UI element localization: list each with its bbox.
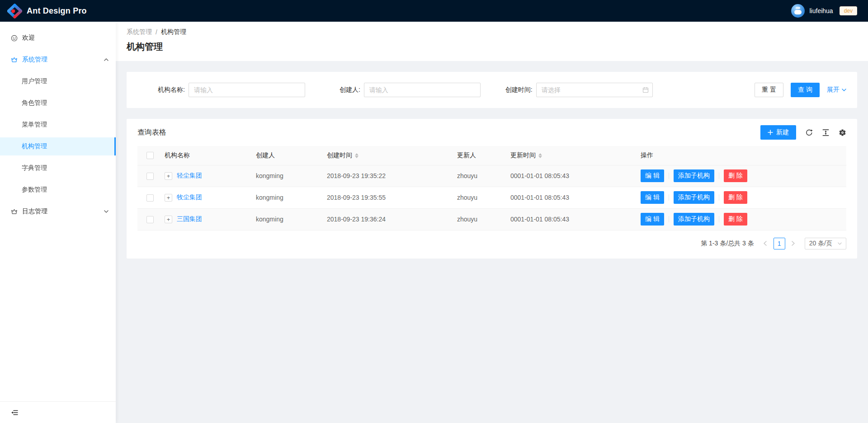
- add-child-org-button[interactable]: 添加子机构: [674, 169, 714, 182]
- sort-create-time[interactable]: [355, 153, 359, 158]
- pagination-page-1[interactable]: 1: [774, 238, 785, 249]
- sidebar-item-label: 参数管理: [22, 186, 47, 194]
- expand-label: 展开: [827, 86, 840, 94]
- sort-update-time[interactable]: [538, 153, 542, 158]
- gear-icon[interactable]: [839, 129, 846, 136]
- env-tag: dev: [840, 6, 857, 15]
- org-name-input[interactable]: [189, 83, 305, 97]
- reload-icon[interactable]: [805, 129, 813, 136]
- breadcrumb-separator: /: [156, 28, 157, 36]
- action-divider: [719, 216, 719, 222]
- user-avatar[interactable]: [791, 4, 805, 18]
- sidebar-item-user-management[interactable]: 用户管理: [0, 72, 116, 90]
- edit-button[interactable]: 编 辑: [641, 191, 664, 204]
- pagination-prev-button[interactable]: [760, 238, 771, 249]
- expand-row-button[interactable]: +: [165, 172, 172, 180]
- table-row: +三国集团 kongming 2018-09-23 19:36:24 zhouy…: [137, 208, 846, 230]
- sidebar-item-org-management[interactable]: 机构管理: [0, 137, 116, 155]
- expand-form-link[interactable]: 展开: [827, 86, 846, 94]
- expand-row-button[interactable]: +: [165, 216, 172, 223]
- add-child-org-button[interactable]: 添加子机构: [674, 191, 714, 204]
- page-title: 机构管理: [127, 41, 857, 53]
- column-header-creator: 创建人: [250, 146, 321, 165]
- reset-button[interactable]: 重 置: [755, 83, 783, 97]
- create-time-label: 创建时间:: [505, 86, 533, 94]
- table-header-row: 机构名称 创建人 创建时间 更新人 更新时间 操作: [137, 146, 846, 165]
- delete-button[interactable]: 删 除: [724, 169, 747, 182]
- delete-button[interactable]: 删 除: [724, 191, 747, 204]
- row-checkbox[interactable]: [146, 216, 154, 223]
- pagination-next-button[interactable]: [788, 238, 799, 249]
- cell-create-time: 2018-09-23 19:35:22: [321, 165, 452, 187]
- menu-fold-icon: [11, 409, 18, 416]
- add-child-org-button[interactable]: 添加子机构: [674, 213, 714, 226]
- select-all-checkbox[interactable]: [146, 152, 154, 159]
- ant-design-logo-icon: [7, 4, 22, 19]
- search-form-card: 机构名称: 创建人: 创建时间:: [127, 72, 857, 108]
- sidebar-item-label: 系统管理: [22, 56, 47, 64]
- sidebar-item-param-management[interactable]: 参数管理: [0, 181, 116, 199]
- cell-updater: zhouyu: [452, 187, 505, 208]
- creator-input[interactable]: [364, 83, 481, 97]
- sidebar-item-dict-management[interactable]: 字典管理: [0, 159, 116, 177]
- column-header-create-time: 创建时间: [321, 146, 452, 165]
- org-name-link[interactable]: 牧尘集团: [177, 193, 202, 202]
- cell-creator: kongming: [250, 208, 321, 230]
- sidebar-collapse-trigger[interactable]: [0, 401, 116, 423]
- cell-update-time: 0001-01-01 08:05:43: [505, 187, 635, 208]
- sidebar-item-label: 欢迎: [22, 34, 35, 42]
- search-button[interactable]: 查 询: [791, 83, 820, 97]
- sidebar-item-menu-management[interactable]: 菜单管理: [0, 116, 116, 134]
- new-button[interactable]: 新建: [760, 125, 796, 140]
- delete-button[interactable]: 删 除: [724, 213, 747, 226]
- table-card: 查询表格 新建: [127, 119, 857, 258]
- main-content: 系统管理 / 机构管理 机构管理 机构名称: 创建人: 创建时间:: [116, 0, 868, 423]
- sidebar: 欢迎 系统管理 用户管理 角色管理 菜单管理 机构管理 字典管理 参数管理: [0, 22, 116, 423]
- column-header-org-name: 机构名称: [159, 146, 250, 165]
- cell-creator: kongming: [250, 165, 321, 187]
- action-divider: [669, 173, 669, 179]
- brand[interactable]: Ant Design Pro: [7, 4, 87, 19]
- chevron-up-icon: [104, 58, 108, 61]
- table-row: +牧尘集团 kongming 2018-09-23 19:35:55 zhouy…: [137, 187, 846, 208]
- cell-updater: zhouyu: [452, 165, 505, 187]
- sidebar-item-label: 日志管理: [22, 207, 47, 216]
- org-name-link[interactable]: 轻尘集团: [177, 172, 202, 180]
- new-button-label: 新建: [776, 128, 789, 136]
- sidebar-item-label: 字典管理: [22, 164, 47, 172]
- breadcrumb-item-system[interactable]: 系统管理: [127, 28, 152, 36]
- chevron-down-icon: [104, 210, 108, 213]
- column-header-updater: 更新人: [452, 146, 505, 165]
- page-size-select[interactable]: 20 条/页: [805, 238, 846, 249]
- edit-button[interactable]: 编 辑: [641, 169, 664, 182]
- crown-icon: [11, 208, 18, 215]
- sidebar-item-label: 用户管理: [22, 77, 47, 85]
- org-table: 机构名称 创建人 创建时间 更新人 更新时间 操作: [137, 146, 846, 230]
- plus-icon: [768, 130, 773, 135]
- action-divider: [719, 173, 719, 179]
- org-name-label: 机构名称:: [158, 86, 185, 94]
- sidebar-item-label: 角色管理: [22, 99, 47, 107]
- sidebar-item-label: 机构管理: [22, 142, 47, 150]
- edit-button[interactable]: 编 辑: [641, 213, 664, 226]
- expand-row-button[interactable]: +: [165, 194, 172, 202]
- column-height-icon[interactable]: [822, 129, 830, 136]
- org-name-link[interactable]: 三国集团: [177, 215, 202, 223]
- chevron-down-icon: [842, 89, 846, 91]
- row-checkbox[interactable]: [146, 194, 154, 202]
- sidebar-submenu-system[interactable]: 系统管理: [0, 51, 116, 69]
- cell-update-time: 0001-01-01 08:05:43: [505, 208, 635, 230]
- create-time-datepicker[interactable]: [536, 83, 653, 97]
- cell-creator: kongming: [250, 187, 321, 208]
- pagination-total: 第 1-3 条/总共 3 条: [701, 240, 754, 248]
- row-checkbox[interactable]: [146, 173, 154, 180]
- top-header: Ant Design Pro liufeihua dev: [0, 0, 868, 22]
- sidebar-submenu-log[interactable]: 日志管理: [0, 202, 116, 221]
- sidebar-item-welcome[interactable]: 欢迎: [0, 29, 116, 47]
- table-row: +轻尘集团 kongming 2018-09-23 19:35:22 zhouy…: [137, 165, 846, 187]
- crown-icon: [11, 56, 18, 63]
- user-name[interactable]: liufeihua: [809, 7, 833, 14]
- column-header-update-time: 更新时间: [505, 146, 635, 165]
- cell-update-time: 0001-01-01 08:05:43: [505, 165, 635, 187]
- sidebar-item-role-management[interactable]: 角色管理: [0, 94, 116, 112]
